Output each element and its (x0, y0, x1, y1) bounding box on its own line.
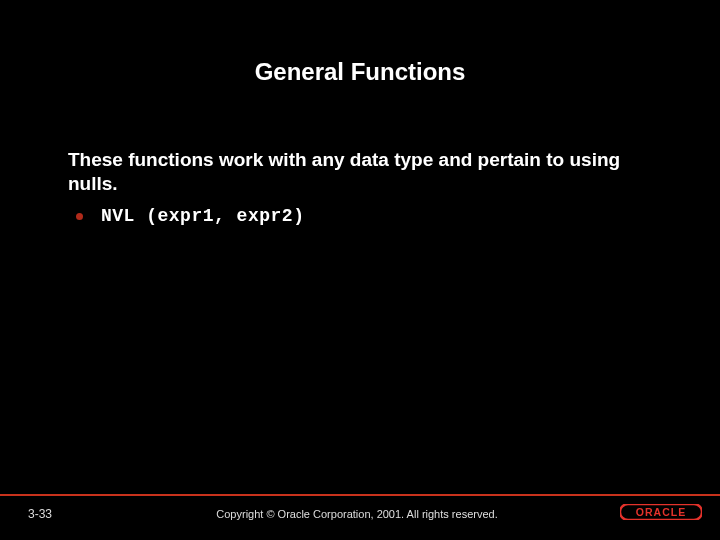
list-item: NVL (expr1, expr2) (68, 206, 652, 226)
svg-text:ORACLE: ORACLE (636, 506, 686, 518)
oracle-logo: ORACLE (616, 504, 702, 524)
slide-title: General Functions (0, 0, 720, 86)
footer-bar: 3-33 Copyright © Oracle Corporation, 200… (0, 494, 720, 532)
bullet-text: NVL (expr1, expr2) (101, 206, 304, 226)
slide: General Functions These functions work w… (0, 0, 720, 540)
lead-paragraph: These functions work with any data type … (68, 148, 652, 196)
slide-body: These functions work with any data type … (0, 86, 720, 226)
bullet-icon (76, 213, 83, 220)
page-number: 3-33 (28, 507, 98, 521)
copyright-text: Copyright © Oracle Corporation, 2001. Al… (98, 508, 616, 520)
